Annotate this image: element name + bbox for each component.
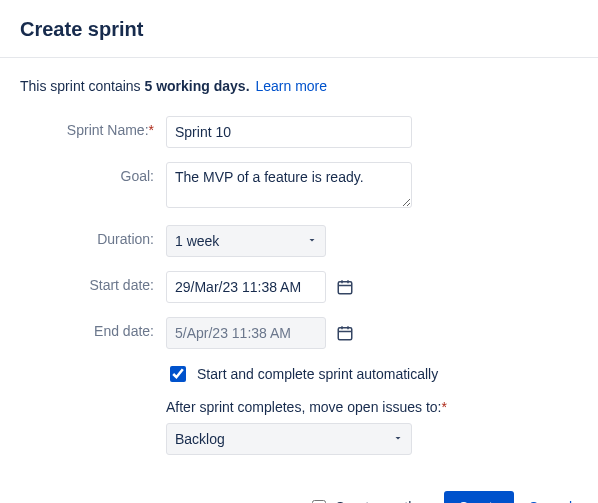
svg-rect-0 <box>338 282 352 294</box>
learn-more-link[interactable]: Learn more <box>255 78 327 94</box>
after-complete-select[interactable]: Backlog <box>166 423 412 455</box>
duration-label: Duration: <box>20 225 166 247</box>
start-date-input[interactable] <box>166 271 326 303</box>
cancel-button[interactable]: Cancel <box>522 491 578 503</box>
working-days-count: 5 working days. <box>145 78 250 94</box>
goal-textarea[interactable]: The MVP of a feature is ready. <box>166 162 412 208</box>
page-title: Create sprint <box>20 18 578 41</box>
working-days-prefix: This sprint contains <box>20 78 145 94</box>
svg-rect-4 <box>338 328 352 340</box>
working-days-text: This sprint contains 5 working days. Lea… <box>20 78 578 94</box>
sprint-name-input[interactable] <box>166 116 412 148</box>
create-another-wrapper[interactable]: Create another <box>308 497 428 503</box>
sprint-name-label: Sprint Name:* <box>20 116 166 138</box>
create-another-label: Create another <box>335 499 428 503</box>
end-date-label: End date: <box>20 317 166 339</box>
goal-label: Goal: <box>20 162 166 184</box>
create-button[interactable]: Create <box>444 491 514 503</box>
auto-sprint-label: Start and complete sprint automatically <box>197 366 438 382</box>
after-complete-label: After sprint completes, move open issues… <box>166 399 578 415</box>
calendar-icon[interactable] <box>336 278 354 296</box>
duration-select[interactable]: 1 week <box>166 225 326 257</box>
end-date-input <box>166 317 326 349</box>
calendar-icon[interactable] <box>336 324 354 342</box>
start-date-label: Start date: <box>20 271 166 293</box>
auto-sprint-checkbox[interactable] <box>170 366 186 382</box>
